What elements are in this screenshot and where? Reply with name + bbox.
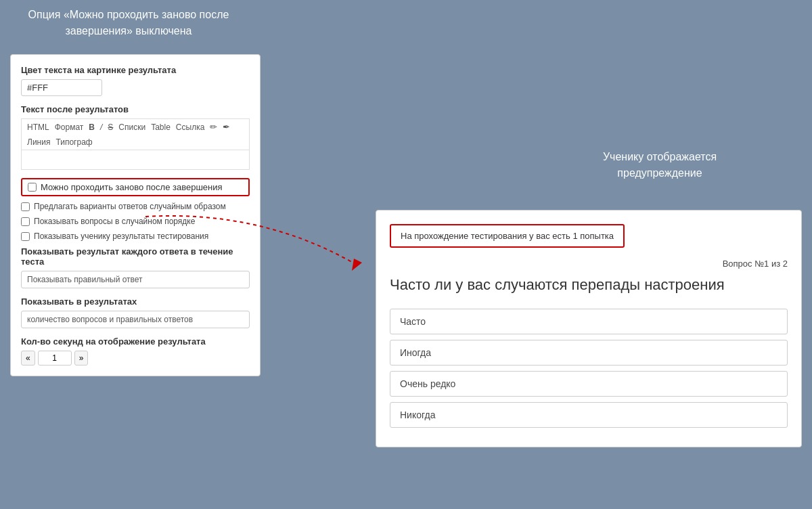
toolbar-bold[interactable]: B bbox=[89, 123, 95, 132]
seconds-control: « » bbox=[21, 351, 250, 366]
checkbox-random-questions[interactable] bbox=[21, 217, 30, 226]
toolbar-pencil-icon[interactable]: ✏ bbox=[210, 122, 217, 132]
toolbar-pen-icon[interactable]: ✒ bbox=[223, 122, 230, 132]
editor-toolbar: HTML Формат B / S Списки Table Ссылка ✏ … bbox=[21, 118, 250, 150]
show-in-results-dropdown[interactable]: количество вопросов и правильных ответов bbox=[21, 311, 250, 328]
show-in-results-label: Показывать в результатах bbox=[21, 296, 250, 307]
svg-marker-0 bbox=[352, 259, 362, 271]
answer-option-1[interactable]: Часто bbox=[390, 309, 788, 334]
question-counter: Вопрос №1 из 2 bbox=[390, 259, 788, 269]
toolbar-typograph[interactable]: Типограф bbox=[55, 137, 92, 147]
toolbar-table[interactable]: Table bbox=[151, 123, 171, 132]
seconds-decrease-button[interactable]: « bbox=[21, 351, 35, 366]
answers-list: Часто Иногда Очень редко Никогда bbox=[390, 309, 788, 433]
answer-option-2[interactable]: Иногда bbox=[390, 340, 788, 366]
answer-option-4[interactable]: Никогда bbox=[390, 402, 788, 428]
toolbar-line[interactable]: Линия bbox=[27, 137, 50, 147]
toolbar-link[interactable]: Ссылка bbox=[176, 123, 204, 132]
color-label: Цвет текста на картинке результата bbox=[21, 65, 250, 75]
top-annotation: Опция «Можно проходить заново после заве… bbox=[27, 7, 230, 39]
checkbox-retake-highlighted: Можно проходить заново после завершения bbox=[21, 178, 250, 196]
color-input[interactable] bbox=[21, 79, 102, 96]
seconds-increase-button[interactable]: » bbox=[74, 351, 89, 366]
answer-option-3[interactable]: Очень редко bbox=[390, 371, 788, 397]
checkbox-retake-label: Можно проходить заново после завершения bbox=[41, 182, 223, 192]
text-after-results-label: Текст после результатов bbox=[21, 104, 250, 114]
dotted-arrow bbox=[139, 210, 369, 278]
toolbar-html[interactable]: HTML bbox=[27, 123, 49, 132]
toolbar-format[interactable]: Формат bbox=[55, 123, 84, 132]
checkbox-random-answers[interactable] bbox=[21, 202, 30, 211]
warning-box: На прохождение тестирования у вас есть 1… bbox=[390, 224, 625, 248]
toolbar-lists[interactable]: Списки bbox=[118, 123, 145, 132]
right-annotation: Ученику отображается предупреждение bbox=[575, 149, 744, 181]
seconds-input[interactable] bbox=[38, 351, 72, 366]
checkbox-retake[interactable] bbox=[28, 183, 37, 192]
toolbar-strike[interactable]: S bbox=[108, 123, 113, 132]
toolbar-italic[interactable]: / bbox=[100, 123, 102, 132]
quiz-preview-panel: На прохождение тестирования у вас есть 1… bbox=[376, 210, 802, 447]
checkbox-show-results[interactable] bbox=[21, 232, 30, 241]
editor-area[interactable] bbox=[21, 150, 250, 170]
seconds-label: Кол-во секунд на отображение результата bbox=[21, 336, 250, 347]
question-text: Часто ли у вас случаются перепады настро… bbox=[390, 275, 788, 295]
